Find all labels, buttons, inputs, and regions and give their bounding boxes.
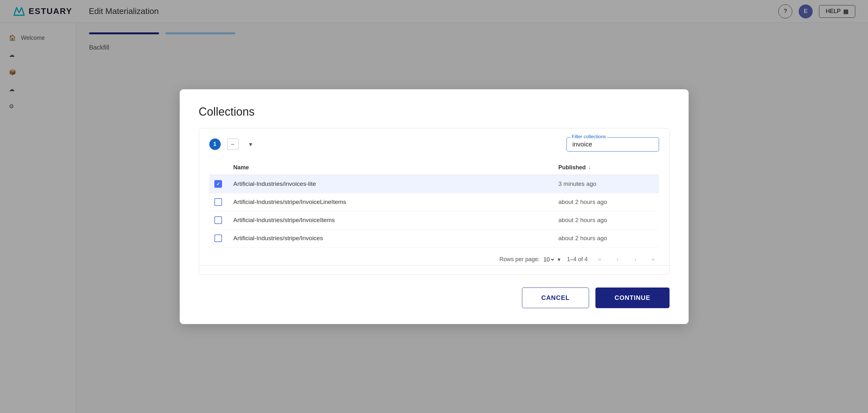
row-name-2: Artificial-Industries/stripe/InvoiceItem… (234, 217, 559, 223)
table-header: Name Published ↓ (209, 161, 659, 175)
continue-button[interactable]: CONTINUE (595, 287, 669, 308)
page-range-label: 1–4 of 4 (567, 256, 587, 263)
collections-box: 1 − ▾ Filter collections Name Published … (199, 128, 670, 275)
row-checkbox-0[interactable] (214, 180, 222, 188)
rows-per-page-select[interactable]: 10 25 50 (542, 256, 555, 263)
row-published-0: 3 minutes ago (559, 180, 654, 187)
rows-per-page-label: Rows per page: (499, 256, 539, 263)
collections-modal: Collections 1 − ▾ Filter collections Nam… (180, 89, 689, 324)
row-name-1: Artificial-Industries/stripe/InvoiceLine… (234, 199, 559, 206)
filter-collections-input[interactable] (572, 141, 653, 148)
modal-footer: CANCEL CONTINUE (199, 284, 670, 308)
prev-page-button[interactable]: ‹ (612, 254, 623, 265)
row-checkbox-2[interactable] (214, 216, 222, 224)
row-published-1: about 2 hours ago (559, 199, 654, 206)
table-row: Artificial-Industries/stripe/Invoicesabo… (209, 229, 659, 247)
checkbox-column-header (214, 164, 234, 171)
selected-count-badge: 1 (209, 139, 221, 150)
deselect-all-button[interactable]: − (227, 139, 239, 150)
table-row: Artificial-Industries/stripe/InvoiceLine… (209, 193, 659, 211)
first-page-button[interactable]: « (594, 254, 606, 265)
row-name-3: Artificial-Industries/stripe/Invoices (234, 235, 559, 242)
filter-row: 1 − ▾ Filter collections (209, 137, 659, 151)
dropdown-arrow-icon: ▾ (558, 256, 560, 263)
table-row: Artificial-Industries/invoices-lite3 min… (209, 175, 659, 193)
expand-chevron-button[interactable]: ▾ (245, 139, 256, 150)
row-published-2: about 2 hours ago (559, 217, 654, 223)
row-published-3: about 2 hours ago (559, 235, 654, 242)
rows-per-page-control: Rows per page: 10 25 50 ▾ (499, 256, 560, 263)
last-page-button[interactable]: » (648, 254, 659, 265)
pagination-row: Rows per page: 10 25 50 ▾ 1–4 of 4 « ‹ ›… (209, 247, 659, 265)
row-name-0: Artificial-Industries/invoices-lite (234, 180, 559, 187)
row-checkbox-1[interactable] (214, 198, 222, 206)
name-column-header: Name (234, 164, 559, 171)
published-sort-icon: ↓ (588, 165, 591, 170)
footer-divider (199, 265, 669, 266)
filter-input-label: Filter collections (570, 134, 608, 139)
filter-input-wrapper: Filter collections (566, 137, 659, 151)
cancel-button[interactable]: CANCEL (522, 287, 589, 308)
next-page-button[interactable]: › (630, 254, 641, 265)
modal-title: Collections (199, 105, 670, 118)
published-column-header[interactable]: Published ↓ (559, 164, 654, 171)
modal-overlay: Collections 1 − ▾ Filter collections Nam… (0, 0, 868, 413)
table-row: Artificial-Industries/stripe/InvoiceItem… (209, 211, 659, 229)
row-checkbox-3[interactable] (214, 235, 222, 242)
table-body: Artificial-Industries/invoices-lite3 min… (209, 175, 659, 247)
